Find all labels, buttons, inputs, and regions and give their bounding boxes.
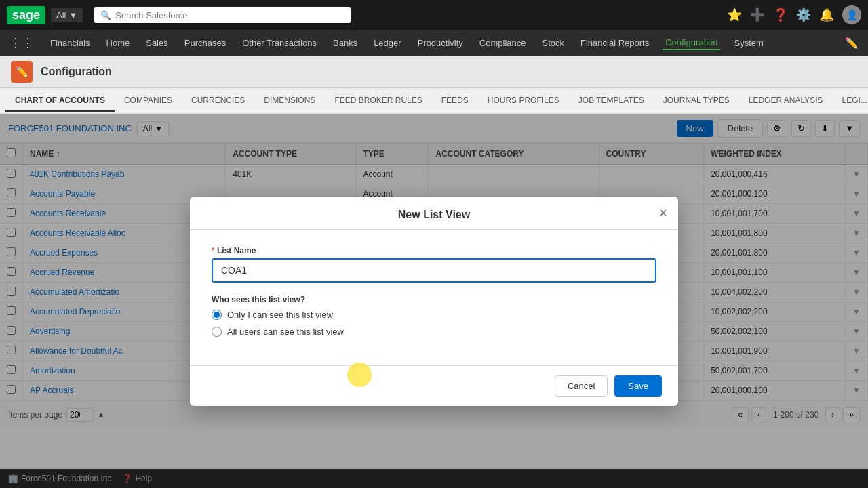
page-header: ✏️ Configuration bbox=[0, 56, 868, 88]
tab-currencies[interactable]: CURRENCIES bbox=[182, 90, 254, 112]
radio-all-users-label: All users can see this list view bbox=[227, 327, 344, 337]
tab-legi[interactable]: LEGI... bbox=[833, 90, 868, 112]
nav-other-transactions[interactable]: Other Transactions bbox=[239, 37, 319, 49]
list-name-input[interactable] bbox=[212, 258, 656, 283]
main-content-area: FORCE501 FOUNDATION INC All ▼ New Delete… bbox=[0, 114, 868, 488]
radio-only-me[interactable]: Only I can see this list view bbox=[212, 310, 656, 320]
modal-footer: Cancel Save bbox=[190, 365, 678, 406]
nav-ledger[interactable]: Ledger bbox=[371, 37, 403, 49]
tab-chart-of-accounts[interactable]: CHART OF ACCOUNTS bbox=[5, 90, 115, 112]
sage-logo: sage bbox=[7, 6, 45, 24]
top-right-icons: ⭐ ➕ ❓ ⚙️ 🔔 👤 bbox=[727, 5, 861, 24]
tab-dimensions[interactable]: DIMENSIONS bbox=[254, 90, 325, 112]
tab-feeds[interactable]: FEEDS bbox=[432, 90, 478, 112]
tabs-bar: CHART OF ACCOUNTS COMPANIES CURRENCIES D… bbox=[0, 88, 868, 114]
list-name-label: * List Name bbox=[212, 246, 656, 256]
nav-financials[interactable]: Financials bbox=[47, 37, 93, 49]
tab-feed-broker-rules[interactable]: FEED BROKER RULES bbox=[325, 90, 431, 112]
list-name-group: * List Name bbox=[212, 246, 656, 283]
nav-configuration[interactable]: Configuration bbox=[663, 36, 720, 50]
who-sees-group: Who sees this list view? Only I can see … bbox=[212, 295, 656, 337]
cancel-button[interactable]: Cancel bbox=[555, 375, 608, 396]
modal-header: New List View × bbox=[190, 197, 678, 230]
nav-system[interactable]: System bbox=[731, 37, 766, 49]
nav-stock[interactable]: Stock bbox=[539, 37, 567, 49]
second-nav: ⋮⋮ Financials Home Sales Purchases Other… bbox=[0, 30, 868, 56]
nav-purchases[interactable]: Purchases bbox=[182, 37, 229, 49]
modal-body: * List Name Who sees this list view? Onl… bbox=[190, 230, 678, 365]
add-icon[interactable]: ➕ bbox=[750, 7, 765, 22]
search-input[interactable] bbox=[115, 10, 344, 20]
tab-ledger-analysis[interactable]: LEDGER ANALYSIS bbox=[739, 90, 833, 112]
settings-icon[interactable]: ⚙️ bbox=[796, 7, 811, 22]
search-bar[interactable]: 🔍 bbox=[94, 7, 351, 23]
tab-journal-types[interactable]: JOURNAL TYPES bbox=[654, 90, 739, 112]
search-icon: 🔍 bbox=[100, 10, 111, 20]
radio-group: Only I can see this list view All users … bbox=[212, 310, 656, 337]
grid-icon[interactable]: ⋮⋮ bbox=[9, 35, 34, 50]
tab-companies[interactable]: COMPANIES bbox=[115, 90, 182, 112]
all-dropdown[interactable]: All ▼ bbox=[51, 8, 83, 22]
config-icon: ✏️ bbox=[11, 61, 33, 83]
nav-banks[interactable]: Banks bbox=[330, 37, 360, 49]
new-list-view-modal: New List View × * List Name Who sees thi… bbox=[190, 197, 678, 406]
modal-title: New List View bbox=[398, 209, 470, 221]
nav-compliance[interactable]: Compliance bbox=[477, 37, 529, 49]
required-marker: * bbox=[212, 246, 217, 256]
avatar[interactable]: 👤 bbox=[842, 5, 861, 24]
who-sees-label: Who sees this list view? bbox=[212, 295, 656, 304]
nav-home[interactable]: Home bbox=[104, 37, 133, 49]
tab-hours-profiles[interactable]: HOURS PROFILES bbox=[478, 90, 569, 112]
tab-job-templates[interactable]: JOB TEMPLATES bbox=[569, 90, 654, 112]
star-icon[interactable]: ⭐ bbox=[727, 7, 742, 22]
help-icon[interactable]: ❓ bbox=[773, 7, 788, 22]
modal-overlay: New List View × * List Name Who sees thi… bbox=[0, 114, 868, 488]
notification-icon[interactable]: 🔔 bbox=[819, 7, 834, 22]
nav-financial-reports[interactable]: Financial Reports bbox=[578, 37, 652, 49]
radio-only-me-input[interactable] bbox=[212, 310, 222, 320]
top-bar: sage All ▼ 🔍 ⭐ ➕ ❓ ⚙️ 🔔 👤 bbox=[0, 0, 868, 30]
radio-all-users-input[interactable] bbox=[212, 327, 222, 337]
nav-productivity[interactable]: Productivity bbox=[415, 37, 466, 49]
radio-only-me-label: Only I can see this list view bbox=[227, 310, 333, 320]
modal-close-button[interactable]: × bbox=[659, 206, 667, 220]
save-button[interactable]: Save bbox=[614, 375, 662, 396]
nav-sales[interactable]: Sales bbox=[143, 37, 171, 49]
edit-nav-icon[interactable]: ✏️ bbox=[845, 37, 859, 49]
radio-all-users[interactable]: All users can see this list view bbox=[212, 327, 656, 337]
page-title: Configuration bbox=[41, 66, 112, 78]
